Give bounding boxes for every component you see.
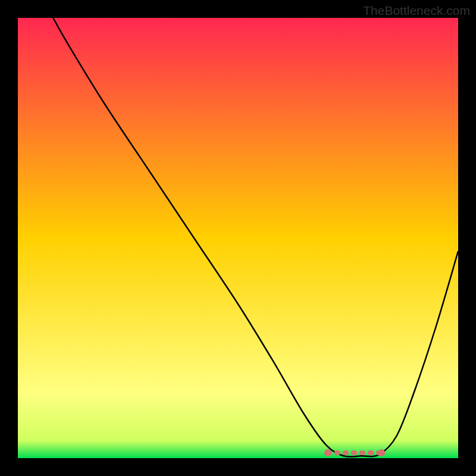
watermark-text: TheBottleneck.com xyxy=(363,4,470,18)
svg-rect-3 xyxy=(351,450,357,455)
svg-rect-4 xyxy=(359,450,365,455)
bottleneck-chart xyxy=(0,0,476,476)
svg-rect-1 xyxy=(334,450,340,455)
chart-container: { "watermark": "TheBottleneck.com", "cha… xyxy=(0,0,476,476)
svg-point-7 xyxy=(324,449,331,456)
svg-rect-5 xyxy=(368,450,374,455)
svg-point-8 xyxy=(378,449,385,456)
svg-rect-2 xyxy=(343,450,349,455)
gradient-background xyxy=(18,18,458,458)
